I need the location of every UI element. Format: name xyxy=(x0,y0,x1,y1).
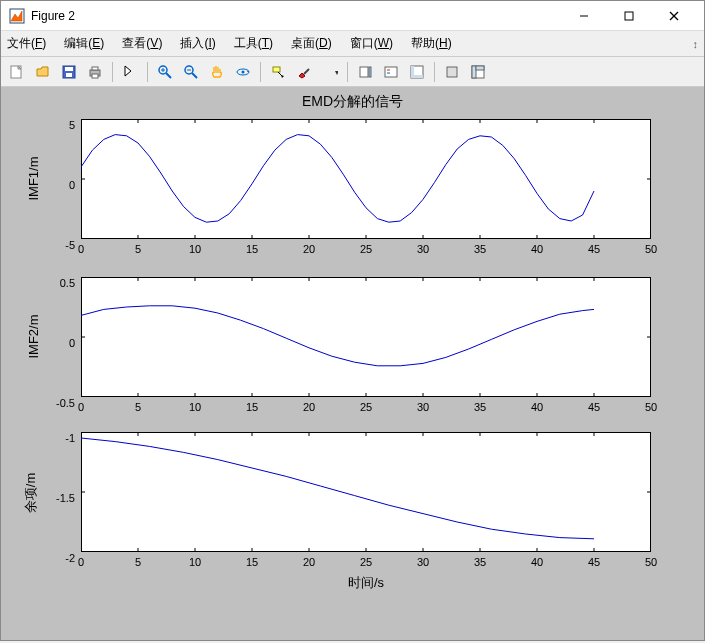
xtick-label: 40 xyxy=(531,401,543,413)
rotate-3d-button[interactable] xyxy=(231,60,255,84)
xtick-label: 20 xyxy=(303,556,315,568)
svg-rect-36 xyxy=(472,66,476,78)
insert-colorbar-button[interactable] xyxy=(353,60,377,84)
hide-plot-tools-button[interactable] xyxy=(440,60,464,84)
menu-desktop[interactable]: 桌面(D) xyxy=(291,35,332,52)
zoom-in-button[interactable] xyxy=(153,60,177,84)
xtick-label: 35 xyxy=(474,401,486,413)
svg-rect-26 xyxy=(360,67,368,77)
series-line xyxy=(81,432,651,552)
svg-rect-37 xyxy=(476,66,484,70)
xtick-label: 5 xyxy=(135,401,141,413)
xtick-label: 15 xyxy=(246,556,258,568)
menu-edit[interactable]: 编辑(E) xyxy=(64,35,104,52)
menubar: 文件(F) 编辑(E) 查看(V) 插入(I) 工具(T) 桌面(D) 窗口(W… xyxy=(1,31,704,57)
series-line xyxy=(81,119,651,239)
xtick-label: 45 xyxy=(588,401,600,413)
xtick-label: 10 xyxy=(189,556,201,568)
xtick-label: 20 xyxy=(303,243,315,255)
svg-line-14 xyxy=(166,73,171,78)
svg-line-18 xyxy=(192,73,197,78)
menu-tools[interactable]: 工具(T) xyxy=(234,35,273,52)
close-button[interactable] xyxy=(651,2,696,30)
toolbar: ▾ xyxy=(1,57,704,87)
subplot-3[interactable]: 余项/m时间/s05101520253035404550-2-1.5-1 xyxy=(1,432,704,592)
xtick-label: 40 xyxy=(531,243,543,255)
xtick-label: 0 xyxy=(78,401,84,413)
menu-insert[interactable]: 插入(I) xyxy=(180,35,215,52)
subplot-2[interactable]: IMF2/m05101520253035404550-0.500.5 xyxy=(1,277,704,437)
svg-text:▾: ▾ xyxy=(335,68,338,77)
xtick-label: 25 xyxy=(360,556,372,568)
xtick-label: 45 xyxy=(588,243,600,255)
open-button[interactable] xyxy=(31,60,55,84)
insert-legend-button[interactable] xyxy=(379,60,403,84)
svg-line-24 xyxy=(304,69,309,74)
window-controls xyxy=(561,2,696,30)
xtick-label: 25 xyxy=(360,243,372,255)
svg-rect-8 xyxy=(65,67,73,71)
link-button[interactable]: ▾ xyxy=(318,60,342,84)
minimize-button[interactable] xyxy=(561,2,606,30)
plot-tools-button[interactable] xyxy=(405,60,429,84)
toolbar-separator xyxy=(434,62,435,82)
matlab-logo-icon xyxy=(9,8,25,24)
svg-marker-0 xyxy=(11,11,22,21)
figure-window: Figure 2 文件(F) 编辑(E) 查看(V) 插入(I) 工具(T) 桌… xyxy=(0,0,705,641)
toolbar-separator xyxy=(112,62,113,82)
pan-button[interactable] xyxy=(205,60,229,84)
xtick-label: 30 xyxy=(417,556,429,568)
menu-file[interactable]: 文件(F) xyxy=(7,35,46,52)
xtick-label: 5 xyxy=(135,243,141,255)
zoom-out-button[interactable] xyxy=(179,60,203,84)
ylabel: IMF1/m xyxy=(26,156,41,200)
menu-overflow-icon[interactable]: ↕ xyxy=(693,38,699,50)
xtick-label: 35 xyxy=(474,243,486,255)
xtick-label: 20 xyxy=(303,401,315,413)
xtick-label: 50 xyxy=(645,243,657,255)
ylabel: 余项/m xyxy=(22,473,40,513)
svg-rect-34 xyxy=(447,67,457,77)
series-line xyxy=(81,277,651,397)
svg-rect-27 xyxy=(369,67,371,77)
subplot-1[interactable]: IMF1/m05101520253035404550-505 xyxy=(1,119,704,279)
print-button[interactable] xyxy=(83,60,107,84)
menu-view[interactable]: 查看(V) xyxy=(122,35,162,52)
xtick-label: 45 xyxy=(588,556,600,568)
toolbar-separator xyxy=(347,62,348,82)
svg-rect-12 xyxy=(92,74,98,78)
titlebar: Figure 2 xyxy=(1,1,704,31)
xtick-label: 50 xyxy=(645,556,657,568)
xtick-label: 30 xyxy=(417,243,429,255)
svg-point-21 xyxy=(242,70,245,73)
xtick-label: 0 xyxy=(78,556,84,568)
xtick-label: 15 xyxy=(246,401,258,413)
toolbar-separator xyxy=(147,62,148,82)
brush-button[interactable] xyxy=(292,60,316,84)
xtick-label: 40 xyxy=(531,556,543,568)
maximize-button[interactable] xyxy=(606,2,651,30)
svg-rect-33 xyxy=(411,75,423,78)
window-title: Figure 2 xyxy=(31,9,561,23)
xtick-label: 15 xyxy=(246,243,258,255)
xtick-label: 5 xyxy=(135,556,141,568)
xtick-label: 50 xyxy=(645,401,657,413)
data-cursor-button[interactable] xyxy=(266,60,290,84)
toolbar-separator xyxy=(260,62,261,82)
svg-rect-28 xyxy=(385,67,397,77)
xtick-label: 25 xyxy=(360,401,372,413)
chart-main-title: EMD分解的信号 xyxy=(1,93,704,111)
xlabel: 时间/s xyxy=(81,574,651,592)
svg-rect-3 xyxy=(625,12,633,20)
xtick-label: 30 xyxy=(417,401,429,413)
figure-canvas[interactable]: EMD分解的信号 IMF1/m05101520253035404550-505I… xyxy=(1,87,704,640)
svg-rect-22 xyxy=(273,67,280,72)
menu-help[interactable]: 帮助(H) xyxy=(411,35,452,52)
edit-plot-button[interactable] xyxy=(118,60,142,84)
svg-rect-9 xyxy=(66,73,72,77)
menu-window[interactable]: 窗口(W) xyxy=(350,35,393,52)
show-plot-tools-button[interactable] xyxy=(466,60,490,84)
svg-rect-11 xyxy=(92,67,98,70)
save-button[interactable] xyxy=(57,60,81,84)
new-figure-button[interactable] xyxy=(5,60,29,84)
